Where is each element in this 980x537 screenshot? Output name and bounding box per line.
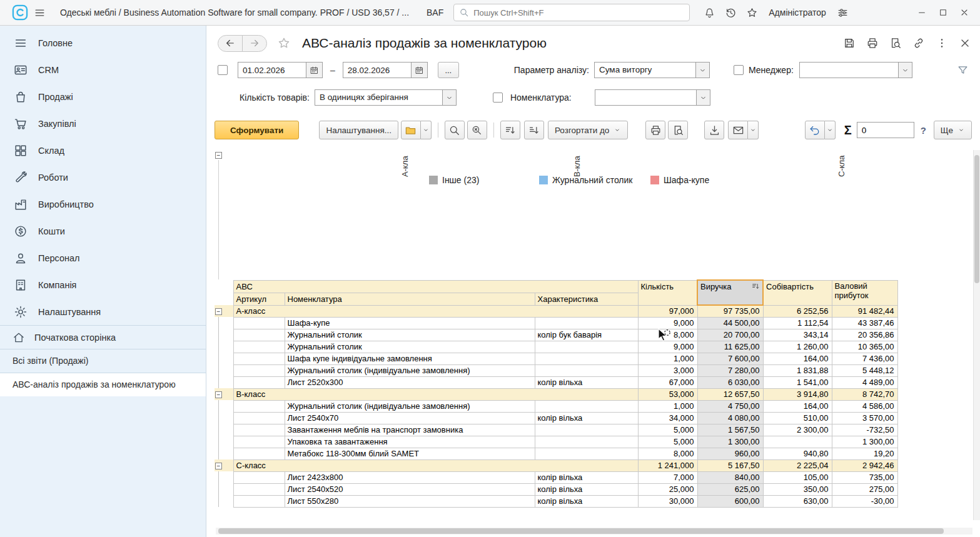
search-input[interactable]	[473, 8, 684, 18]
cell-qty[interactable]: 67,000	[638, 376, 697, 388]
chevron-down-icon[interactable]	[748, 121, 759, 139]
cell-nomenclature[interactable]: Упаковка та завантаження	[285, 436, 535, 448]
cell-qty[interactable]: 8,000	[638, 329, 697, 341]
open-window-abc-report[interactable]: АВС-аналіз продажів за номенклатурою	[0, 373, 206, 396]
cell-nomenclature[interactable]: Шафа-купе	[285, 317, 535, 329]
group-qty-cell[interactable]: 53,000	[638, 388, 697, 400]
collapse-group-button[interactable]: −	[215, 391, 222, 398]
cell-article[interactable]	[233, 400, 285, 412]
open-window-all-reports[interactable]: Всі звіти (Продажі)	[0, 349, 206, 373]
cell-characteristic[interactable]: колір вільха	[535, 471, 638, 483]
cell-article[interactable]	[233, 424, 285, 436]
cell-qty[interactable]: 25,000	[638, 483, 697, 495]
cell-revenue[interactable]: 11 625,00	[697, 341, 763, 353]
cell-profit[interactable]: 7 436,00	[832, 353, 897, 364]
nomenclature-checkbox[interactable]	[493, 93, 503, 103]
cell-nomenclature[interactable]: Лист 550х280	[285, 495, 535, 507]
cell-profit[interactable]: 3 570,00	[832, 412, 897, 424]
restore-values-icon[interactable]	[805, 121, 825, 139]
group-profit-cell[interactable]: 91 482,44	[832, 305, 897, 317]
autosum-input[interactable]	[857, 122, 914, 138]
cell-cost[interactable]: 510,00	[763, 412, 832, 424]
header-qty[interactable]: Кількість	[638, 280, 697, 305]
cell-cost[interactable]: 343,14	[763, 329, 832, 341]
cell-article[interactable]	[233, 448, 285, 459]
collapse-group-button[interactable]: −	[215, 308, 222, 315]
cell-article[interactable]	[233, 317, 285, 329]
cell-article[interactable]	[233, 495, 285, 507]
cell-revenue[interactable]: 600,00	[697, 495, 763, 507]
favorite-star-icon[interactable]	[277, 36, 291, 50]
cell-profit[interactable]: 5 448,12	[832, 364, 897, 376]
cell-qty[interactable]: 9,000	[638, 317, 697, 329]
cell-article[interactable]	[233, 353, 285, 364]
print-preview-icon[interactable]	[889, 37, 902, 49]
cell-characteristic[interactable]	[535, 353, 638, 364]
settings-button[interactable]: Налаштування...	[319, 121, 398, 139]
close-window-button[interactable]	[954, 3, 975, 22]
cell-cost[interactable]: 1 831,88	[763, 364, 832, 376]
group-qty-cell[interactable]: 1 241,000	[638, 459, 697, 471]
chevron-down-icon[interactable]	[696, 90, 710, 105]
calendar-icon[interactable]	[411, 63, 427, 78]
group-qty-cell[interactable]: 97,000	[638, 305, 697, 317]
main-menu-icon[interactable]	[29, 3, 50, 22]
cell-revenue[interactable]: 840,00	[697, 471, 763, 483]
cell-article[interactable]	[233, 471, 285, 483]
cell-qty[interactable]: 5,000	[638, 424, 697, 436]
sidebar-item-settings[interactable]: Налаштування	[0, 298, 206, 325]
cell-characteristic[interactable]: колір вільха	[535, 483, 638, 495]
cell-revenue[interactable]: 6 030,00	[697, 376, 763, 388]
back-button[interactable]	[218, 35, 243, 52]
cell-cost[interactable]: 105,00	[763, 471, 832, 483]
cell-revenue[interactable]: 7 280,00	[697, 364, 763, 376]
expand-to-button[interactable]: Розгортати до	[548, 121, 628, 139]
cell-characteristic[interactable]: колір вільха	[535, 376, 638, 388]
header-revenue[interactable]: Виручка	[697, 280, 763, 305]
cell-cost[interactable]: 630,00	[763, 495, 832, 507]
cell-profit[interactable]: -30,00	[832, 495, 897, 507]
filter-funnel-icon[interactable]	[957, 64, 969, 76]
help-button[interactable]: ?	[921, 125, 926, 136]
cell-characteristic[interactable]	[535, 317, 638, 329]
period-variants-button[interactable]: ...	[438, 62, 459, 78]
cell-profit[interactable]: 735,00	[832, 471, 897, 483]
vertical-scrollbar[interactable]	[973, 150, 980, 520]
chevron-down-icon[interactable]	[825, 121, 836, 139]
cell-profit[interactable]: 43 387,46	[832, 317, 897, 329]
cell-revenue[interactable]: 20 700,00	[697, 329, 763, 341]
sidebar-item-main[interactable]: Головне	[0, 29, 206, 56]
generate-button[interactable]: Сформувати	[215, 121, 299, 139]
save-file-icon[interactable]	[704, 121, 724, 139]
sidebar-item-works[interactable]: Роботи	[0, 164, 206, 191]
get-link-icon[interactable]	[912, 37, 925, 49]
cell-cost[interactable]: 1 541,00	[763, 376, 832, 388]
cell-cost[interactable]: 1 260,00	[763, 341, 832, 353]
sidebar-item-crm[interactable]: CRM	[0, 56, 206, 83]
print-icon[interactable]	[866, 37, 879, 49]
cell-cost[interactable]: 2 300,00	[763, 424, 832, 436]
cell-profit[interactable]: 4 489,00	[832, 376, 897, 388]
cell-profit[interactable]: 10 365,00	[832, 341, 897, 353]
cell-article[interactable]	[233, 364, 285, 376]
sidebar-item-company[interactable]: Компанія	[0, 271, 206, 298]
cell-qty[interactable]: 5,000	[638, 436, 697, 448]
preview-button-icon[interactable]	[668, 121, 688, 139]
cell-qty[interactable]: 8,000	[638, 448, 697, 459]
header-characteristic[interactable]: Характеристика	[535, 293, 638, 305]
period-to-input[interactable]	[343, 63, 411, 78]
header-article[interactable]: Артикул	[233, 293, 285, 305]
cell-profit[interactable]: 1 300,00	[832, 436, 897, 448]
cell-article[interactable]	[233, 341, 285, 353]
cell-revenue[interactable]: 625,00	[697, 483, 763, 495]
find-icon[interactable]	[445, 121, 465, 139]
cell-profit[interactable]: 4 586,00	[832, 400, 897, 412]
cell-profit[interactable]: 275,00	[832, 483, 897, 495]
sidebar-item-staff[interactable]: Персонал	[0, 244, 206, 271]
cell-nomenclature[interactable]: Лист 2423х800	[285, 471, 535, 483]
cell-revenue[interactable]: 4 750,00	[697, 400, 763, 412]
cell-article[interactable]	[233, 376, 285, 388]
cell-revenue[interactable]: 1 300,00	[697, 436, 763, 448]
history-icon[interactable]	[720, 3, 741, 22]
sidebar-item-sales[interactable]: Продажі	[0, 83, 206, 110]
